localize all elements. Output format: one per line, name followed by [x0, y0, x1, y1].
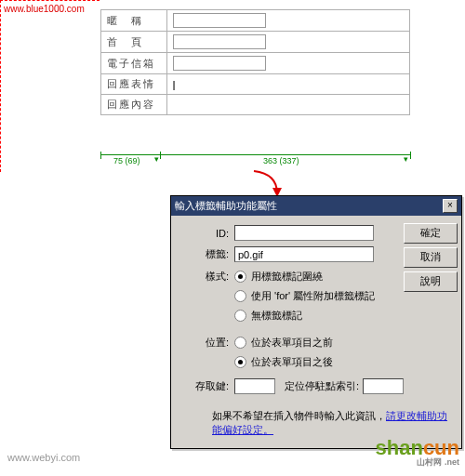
- dialog-title-text: 輸入標籤輔助功能屬性: [175, 199, 277, 213]
- radio-style-wrap[interactable]: [234, 271, 246, 283]
- input-email[interactable]: [173, 56, 266, 71]
- access-label: 存取鍵:: [179, 379, 229, 393]
- help-button[interactable]: 說明: [404, 271, 458, 292]
- label-nickname: 暱 稱: [101, 10, 167, 32]
- pos-label: 位置:: [179, 336, 229, 350]
- tab-input[interactable]: [363, 378, 404, 394]
- ruler-left-label: 75 (69): [113, 156, 140, 165]
- radio-pos-before[interactable]: [234, 337, 246, 349]
- tag-label: 標籤:: [179, 247, 229, 261]
- radio-style-none-label: 無標籤標記: [251, 309, 302, 323]
- cell-emotion: |: [166, 74, 409, 95]
- radio-style-none[interactable]: [234, 310, 246, 322]
- form-fields-table: 暱 稱 首 頁 電子信箱 回應表情| 回應內容: [100, 9, 410, 115]
- watermark-bottom: www.webyi.com: [7, 452, 80, 463]
- tab-label: 定位停駐點索引:: [285, 379, 359, 393]
- cell-content: [166, 95, 409, 115]
- tag-input[interactable]: [234, 246, 374, 262]
- watermark-top: www.blue1000.com: [4, 4, 85, 14]
- ruler-right-label: 363 (337): [263, 156, 299, 165]
- access-input[interactable]: [234, 378, 275, 394]
- radio-pos-before-label: 位於表單項目之前: [251, 336, 333, 350]
- dialog-titlebar[interactable]: 輸入標籤輔助功能屬性 ×: [171, 196, 461, 216]
- input-homepage[interactable]: [173, 34, 266, 49]
- radio-pos-after[interactable]: [234, 356, 246, 368]
- id-input[interactable]: [234, 225, 374, 241]
- label-homepage: 首 頁: [101, 32, 167, 53]
- cancel-button[interactable]: 取消: [404, 247, 458, 268]
- measurement-ruler: 75 (69) ▾ 363 (337) ▾: [100, 154, 410, 169]
- label-email: 電子信箱: [101, 53, 167, 74]
- close-icon[interactable]: ×: [443, 199, 458, 213]
- pointer-arrow-icon: [249, 169, 286, 197]
- id-label: ID:: [179, 228, 229, 239]
- label-content: 回應內容: [101, 95, 167, 115]
- label-emotion: 回應表情: [101, 74, 167, 95]
- brand-logo: shancun 山村网 .net: [376, 436, 459, 469]
- ok-button[interactable]: 確定: [404, 223, 458, 244]
- style-label: 樣式:: [179, 270, 229, 284]
- accessibility-dialog: 輸入標籤輔助功能屬性 × 確定 取消 說明 ID: 標籤: 樣式: 用標籤標記圍…: [170, 195, 462, 449]
- design-guide-box: [0, 0, 100, 172]
- radio-style-wrap-label: 用標籤標記圍繞: [251, 270, 323, 284]
- input-nickname[interactable]: [173, 13, 266, 28]
- dialog-note: 如果不希望在插入物件時輸入此資訊，請更改輔助功能偏好設定。: [212, 409, 454, 437]
- radio-pos-after-label: 位於表單項目之後: [251, 355, 333, 369]
- radio-style-for-label: 使用 'for' 屬性附加標籤標記: [251, 289, 375, 303]
- radio-style-for[interactable]: [234, 290, 246, 302]
